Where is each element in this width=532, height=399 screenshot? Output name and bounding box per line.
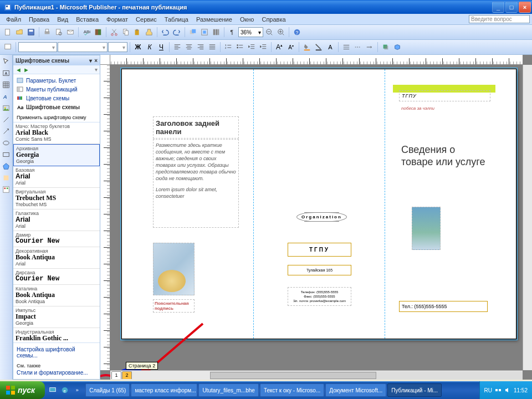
bookmark-tool[interactable] — [1, 172, 12, 183]
arrow-tool[interactable] — [1, 126, 12, 136]
line-color-button[interactable] — [313, 42, 324, 53]
scheme-item[interactable]: ДекоративнаяBook AntiquaArial — [13, 247, 100, 269]
web-preview-button[interactable] — [2, 42, 13, 53]
fill-color-button[interactable] — [301, 42, 313, 53]
task-item-6[interactable]: Публикаций - Mi... — [387, 383, 442, 397]
menu-table[interactable]: Таблица — [161, 15, 192, 24]
scheme-item[interactable]: ДамирCourier New — [13, 231, 100, 247]
ql-ie[interactable]: e — [59, 384, 70, 396]
spelling-button[interactable]: ABC — [81, 27, 92, 38]
task-item-1[interactable]: Слайды 1 (65) — [85, 383, 130, 397]
scheme-item[interactable]: КаталинаBook AntiquaBook Antiqua — [13, 285, 100, 306]
format-painter-button[interactable] — [144, 27, 155, 38]
vertical-scrollbar[interactable] — [523, 65, 532, 370]
taskpane-close-button[interactable]: × — [94, 58, 98, 64]
link-options[interactable]: Параметры. Буклет — [13, 76, 100, 85]
cut-button[interactable] — [109, 27, 120, 38]
grow-font-button[interactable]: A▴ — [274, 42, 285, 53]
scheme-item[interactable]: ИмпульсImpactGeorgia — [13, 306, 100, 328]
page-tab-1[interactable]: 1 — [111, 371, 121, 379]
scheme-item[interactable]: ДирсанаCourier New — [13, 269, 100, 285]
zoom-combo[interactable]: 36%▾ — [238, 27, 263, 37]
close-button[interactable]: × — [519, 2, 531, 13]
print-preview-button[interactable] — [53, 27, 64, 38]
tray-lang[interactable]: RU — [484, 387, 492, 393]
save-button[interactable] — [25, 27, 37, 38]
menu-insert[interactable]: Вставка — [72, 15, 103, 24]
menu-view[interactable]: Вид — [53, 15, 72, 24]
tray-clock[interactable]: 11:52 — [514, 387, 528, 393]
oval-tool[interactable] — [1, 137, 12, 148]
style-combo[interactable]: ▾ — [18, 42, 57, 52]
paste-button[interactable] — [132, 27, 143, 38]
zoom-out-button[interactable] — [264, 27, 275, 38]
autoshapes-tool[interactable] — [1, 161, 12, 171]
mid-org-box[interactable]: ТГПУ — [288, 243, 351, 257]
front-image[interactable] — [412, 207, 441, 250]
nav-back-icon[interactable]: ◄ — [16, 66, 22, 73]
back-caption[interactable]: Пояснительная подпись — [153, 299, 195, 313]
mid-contact-box[interactable]: Телефон: (555)555-5555 Факс: (555)555-55… — [288, 287, 351, 306]
mail-button[interactable] — [65, 27, 76, 38]
menu-help[interactable]: Справка — [258, 15, 289, 24]
nav-forward-icon[interactable]: ► — [23, 66, 29, 73]
scheme-item[interactable]: АрхивнаяGeorgiaGeorgia — [13, 144, 100, 166]
link-layouts[interactable]: Макеты публикаций — [13, 85, 100, 94]
underline-button[interactable]: Ч — [156, 42, 167, 53]
scheme-list[interactable]: Мачо: Мастер буклетовArial BlackComic Sa… — [13, 122, 100, 342]
3d-button[interactable] — [392, 42, 403, 53]
shadow-button[interactable] — [380, 42, 391, 53]
font-color-button[interactable]: A — [325, 42, 336, 53]
tray-volume-icon[interactable] — [504, 387, 511, 393]
size-combo[interactable]: ▾ — [108, 42, 127, 52]
font-combo[interactable]: ▾ — [58, 42, 108, 52]
scheme-item[interactable]: ГалактикаArialArial — [13, 209, 100, 231]
front-org-box[interactable]: ТГПУ — [399, 90, 490, 101]
copy-button[interactable] — [120, 27, 131, 38]
scheme-item[interactable]: БазоваяArialArial — [13, 166, 100, 188]
italic-button[interactable]: К — [144, 42, 155, 53]
dash-style-button[interactable] — [352, 42, 364, 53]
new-button[interactable] — [2, 27, 13, 38]
tray-network-icon[interactable] — [495, 387, 502, 393]
redo-button[interactable] — [171, 27, 182, 38]
outdent-button[interactable] — [246, 42, 257, 53]
menu-edit[interactable]: Правка — [25, 15, 53, 24]
bullets-button[interactable] — [234, 42, 245, 53]
undo-button[interactable] — [160, 27, 171, 38]
task-item-2[interactable]: мастер класс информ... — [131, 383, 197, 397]
numbering-button[interactable]: 12 — [223, 42, 234, 53]
page-tab-2[interactable]: 2 — [122, 371, 132, 379]
front-tel-box[interactable]: Тел.: (555)555-5555 — [399, 301, 488, 312]
arrow-style-button[interactable] — [364, 42, 375, 53]
scheme-item[interactable]: ИндустриальнаяFranklin Gothic ...Frankli… — [13, 328, 100, 342]
menu-format[interactable]: Формат — [103, 15, 132, 24]
scheme-item[interactable]: Мачо: Мастер буклетовArial BlackComic Sa… — [13, 122, 100, 144]
line-tool[interactable] — [1, 114, 12, 125]
task-item-5[interactable]: Документ Microsoft... — [325, 383, 386, 397]
front-title-box[interactable]: Сведения о товаре или услуге — [399, 141, 490, 170]
customize-link[interactable]: Настройка шрифтовой схемы... — [17, 345, 96, 360]
table-tool[interactable] — [1, 79, 12, 90]
align-right-button[interactable] — [195, 42, 206, 53]
bold-button[interactable]: Ж — [132, 42, 144, 53]
align-left-button[interactable] — [172, 42, 183, 53]
indent-button[interactable] — [258, 42, 269, 53]
snap-button[interactable] — [199, 27, 210, 38]
rectangle-tool[interactable] — [1, 149, 12, 160]
back-heading-box[interactable]: Заголовок задней панели — [153, 116, 239, 139]
also-link[interactable]: Стили и форматирование... — [17, 369, 96, 377]
research-button[interactable] — [93, 27, 104, 38]
zoom-in-button[interactable] — [275, 27, 287, 38]
maximize-button[interactable]: □ — [505, 2, 518, 13]
design-gallery-tool[interactable] — [1, 184, 12, 195]
canvas[interactable]: Заголовок задней панели Разместите здесь… — [100, 55, 532, 380]
link-colors[interactable]: Цветовые схемы — [13, 94, 100, 103]
menu-arrange[interactable]: Размешение — [192, 15, 236, 24]
bring-front-button[interactable] — [187, 27, 198, 38]
back-image[interactable] — [153, 243, 195, 295]
front-tag-box[interactable]: побеса за чэлпи — [399, 104, 490, 113]
scheme-item[interactable]: ВиртуальнаяTrebuchet MSTrebuchet MS — [13, 188, 100, 209]
line-style-button[interactable] — [341, 42, 352, 53]
publication-page[interactable]: Заголовок задней панели Разместите здесь… — [121, 69, 516, 339]
